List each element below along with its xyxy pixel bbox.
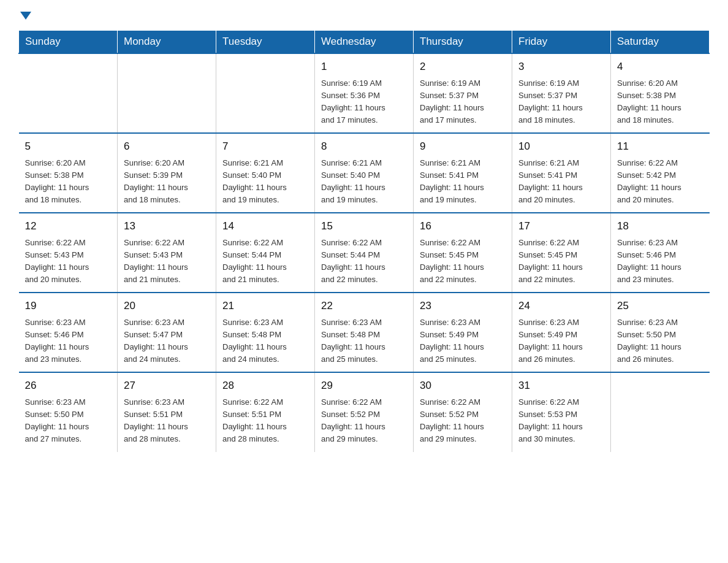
day-number: 5 bbox=[25, 139, 112, 155]
day-header-tuesday: Tuesday bbox=[216, 31, 315, 54]
calendar-cell: 13Sunrise: 6:22 AM Sunset: 5:43 PM Dayli… bbox=[118, 213, 216, 293]
day-info: Sunrise: 6:21 AM Sunset: 5:41 PM Dayligh… bbox=[518, 158, 583, 204]
day-number: 27 bbox=[124, 378, 210, 394]
calendar-cell: 29Sunrise: 6:22 AM Sunset: 5:52 PM Dayli… bbox=[315, 372, 414, 452]
day-number: 19 bbox=[25, 298, 112, 314]
logo-triangle-icon bbox=[20, 12, 31, 20]
day-info: Sunrise: 6:20 AM Sunset: 5:38 PM Dayligh… bbox=[617, 79, 681, 124]
calendar-cell: 12Sunrise: 6:22 AM Sunset: 5:43 PM Dayli… bbox=[19, 213, 118, 293]
calendar-cell: 1Sunrise: 6:19 AM Sunset: 5:36 PM Daylig… bbox=[315, 53, 414, 133]
calendar-header-row: SundayMondayTuesdayWednesdayThursdayFrid… bbox=[19, 31, 710, 54]
calendar-cell: 30Sunrise: 6:22 AM Sunset: 5:52 PM Dayli… bbox=[414, 372, 512, 452]
day-number: 30 bbox=[420, 378, 506, 394]
logo bbox=[18, 12, 31, 19]
day-header-wednesday: Wednesday bbox=[315, 31, 414, 54]
calendar-cell bbox=[19, 53, 118, 133]
day-number: 14 bbox=[222, 218, 308, 234]
day-number: 26 bbox=[25, 378, 112, 394]
day-info: Sunrise: 6:23 AM Sunset: 5:48 PM Dayligh… bbox=[321, 318, 385, 364]
day-info: Sunrise: 6:22 AM Sunset: 5:44 PM Dayligh… bbox=[321, 238, 385, 284]
page-header bbox=[18, 12, 710, 19]
day-info: Sunrise: 6:21 AM Sunset: 5:40 PM Dayligh… bbox=[222, 158, 287, 204]
day-number: 13 bbox=[124, 218, 210, 234]
calendar-cell: 5Sunrise: 6:20 AM Sunset: 5:38 PM Daylig… bbox=[19, 133, 118, 213]
day-info: Sunrise: 6:21 AM Sunset: 5:40 PM Dayligh… bbox=[321, 158, 385, 204]
day-number: 21 bbox=[222, 298, 308, 314]
calendar-cell: 6Sunrise: 6:20 AM Sunset: 5:39 PM Daylig… bbox=[118, 133, 216, 213]
day-info: Sunrise: 6:22 AM Sunset: 5:51 PM Dayligh… bbox=[222, 397, 287, 443]
day-info: Sunrise: 6:19 AM Sunset: 5:36 PM Dayligh… bbox=[321, 79, 385, 124]
day-number: 10 bbox=[518, 139, 604, 155]
calendar-cell: 19Sunrise: 6:23 AM Sunset: 5:46 PM Dayli… bbox=[19, 293, 118, 372]
logo-line1 bbox=[18, 12, 31, 20]
calendar-cell: 20Sunrise: 6:23 AM Sunset: 5:47 PM Dayli… bbox=[118, 293, 216, 372]
day-header-monday: Monday bbox=[118, 31, 216, 54]
calendar-cell: 4Sunrise: 6:20 AM Sunset: 5:38 PM Daylig… bbox=[611, 53, 710, 133]
day-info: Sunrise: 6:23 AM Sunset: 5:46 PM Dayligh… bbox=[25, 318, 89, 364]
calendar-cell: 16Sunrise: 6:22 AM Sunset: 5:45 PM Dayli… bbox=[414, 213, 512, 293]
calendar-cell: 2Sunrise: 6:19 AM Sunset: 5:37 PM Daylig… bbox=[414, 53, 512, 133]
day-number: 28 bbox=[222, 378, 308, 394]
day-number: 18 bbox=[617, 218, 703, 234]
calendar-cell bbox=[611, 372, 710, 452]
day-info: Sunrise: 6:23 AM Sunset: 5:50 PM Dayligh… bbox=[617, 318, 681, 364]
day-number: 8 bbox=[321, 139, 407, 155]
calendar-week-row: 26Sunrise: 6:23 AM Sunset: 5:50 PM Dayli… bbox=[19, 372, 710, 452]
day-info: Sunrise: 6:20 AM Sunset: 5:39 PM Dayligh… bbox=[124, 158, 188, 204]
day-number: 15 bbox=[321, 218, 407, 234]
day-info: Sunrise: 6:22 AM Sunset: 5:52 PM Dayligh… bbox=[321, 397, 385, 443]
day-number: 25 bbox=[617, 298, 703, 314]
calendar-week-row: 12Sunrise: 6:22 AM Sunset: 5:43 PM Dayli… bbox=[19, 213, 710, 293]
calendar-cell: 8Sunrise: 6:21 AM Sunset: 5:40 PM Daylig… bbox=[315, 133, 414, 213]
calendar-cell: 25Sunrise: 6:23 AM Sunset: 5:50 PM Dayli… bbox=[611, 293, 710, 372]
calendar-cell: 9Sunrise: 6:21 AM Sunset: 5:41 PM Daylig… bbox=[414, 133, 512, 213]
calendar-cell: 15Sunrise: 6:22 AM Sunset: 5:44 PM Dayli… bbox=[315, 213, 414, 293]
day-info: Sunrise: 6:23 AM Sunset: 5:51 PM Dayligh… bbox=[124, 397, 188, 443]
day-number: 16 bbox=[420, 218, 506, 234]
day-number: 24 bbox=[518, 298, 604, 314]
calendar-cell: 11Sunrise: 6:22 AM Sunset: 5:42 PM Dayli… bbox=[611, 133, 710, 213]
day-number: 7 bbox=[222, 139, 308, 155]
calendar-cell: 26Sunrise: 6:23 AM Sunset: 5:50 PM Dayli… bbox=[19, 372, 118, 452]
day-info: Sunrise: 6:23 AM Sunset: 5:49 PM Dayligh… bbox=[518, 318, 583, 364]
day-header-thursday: Thursday bbox=[414, 31, 512, 54]
calendar-cell: 22Sunrise: 6:23 AM Sunset: 5:48 PM Dayli… bbox=[315, 293, 414, 372]
calendar-cell: 23Sunrise: 6:23 AM Sunset: 5:49 PM Dayli… bbox=[414, 293, 512, 372]
calendar-cell: 28Sunrise: 6:22 AM Sunset: 5:51 PM Dayli… bbox=[216, 372, 315, 452]
day-number: 6 bbox=[124, 139, 210, 155]
day-number: 23 bbox=[420, 298, 506, 314]
calendar-table: SundayMondayTuesdayWednesdayThursdayFrid… bbox=[18, 30, 710, 452]
day-info: Sunrise: 6:23 AM Sunset: 5:49 PM Dayligh… bbox=[420, 318, 484, 364]
calendar-cell: 31Sunrise: 6:22 AM Sunset: 5:53 PM Dayli… bbox=[512, 372, 611, 452]
calendar-week-row: 19Sunrise: 6:23 AM Sunset: 5:46 PM Dayli… bbox=[19, 293, 710, 372]
calendar-cell: 3Sunrise: 6:19 AM Sunset: 5:37 PM Daylig… bbox=[512, 53, 611, 133]
day-info: Sunrise: 6:23 AM Sunset: 5:48 PM Dayligh… bbox=[222, 318, 287, 364]
day-header-friday: Friday bbox=[512, 31, 611, 54]
day-number: 17 bbox=[518, 218, 604, 234]
day-info: Sunrise: 6:22 AM Sunset: 5:43 PM Dayligh… bbox=[124, 238, 188, 284]
day-number: 11 bbox=[617, 139, 703, 155]
day-info: Sunrise: 6:22 AM Sunset: 5:53 PM Dayligh… bbox=[518, 397, 583, 443]
day-info: Sunrise: 6:23 AM Sunset: 5:50 PM Dayligh… bbox=[25, 397, 89, 443]
day-info: Sunrise: 6:22 AM Sunset: 5:45 PM Dayligh… bbox=[518, 238, 583, 284]
day-number: 1 bbox=[321, 59, 407, 75]
day-number: 31 bbox=[518, 378, 604, 394]
day-number: 29 bbox=[321, 378, 407, 394]
day-info: Sunrise: 6:22 AM Sunset: 5:44 PM Dayligh… bbox=[222, 238, 287, 284]
calendar-cell: 7Sunrise: 6:21 AM Sunset: 5:40 PM Daylig… bbox=[216, 133, 315, 213]
day-number: 22 bbox=[321, 298, 407, 314]
day-info: Sunrise: 6:19 AM Sunset: 5:37 PM Dayligh… bbox=[518, 79, 583, 124]
calendar-cell: 21Sunrise: 6:23 AM Sunset: 5:48 PM Dayli… bbox=[216, 293, 315, 372]
calendar-cell: 10Sunrise: 6:21 AM Sunset: 5:41 PM Dayli… bbox=[512, 133, 611, 213]
calendar-cell: 24Sunrise: 6:23 AM Sunset: 5:49 PM Dayli… bbox=[512, 293, 611, 372]
calendar-cell bbox=[118, 53, 216, 133]
calendar-week-row: 5Sunrise: 6:20 AM Sunset: 5:38 PM Daylig… bbox=[19, 133, 710, 213]
day-number: 4 bbox=[617, 59, 703, 75]
day-info: Sunrise: 6:23 AM Sunset: 5:47 PM Dayligh… bbox=[124, 318, 188, 364]
day-number: 20 bbox=[124, 298, 210, 314]
day-info: Sunrise: 6:19 AM Sunset: 5:37 PM Dayligh… bbox=[420, 79, 484, 124]
day-header-saturday: Saturday bbox=[611, 31, 710, 54]
day-number: 2 bbox=[420, 59, 506, 75]
day-info: Sunrise: 6:22 AM Sunset: 5:43 PM Dayligh… bbox=[25, 238, 89, 284]
calendar-week-row: 1Sunrise: 6:19 AM Sunset: 5:36 PM Daylig… bbox=[19, 53, 710, 133]
